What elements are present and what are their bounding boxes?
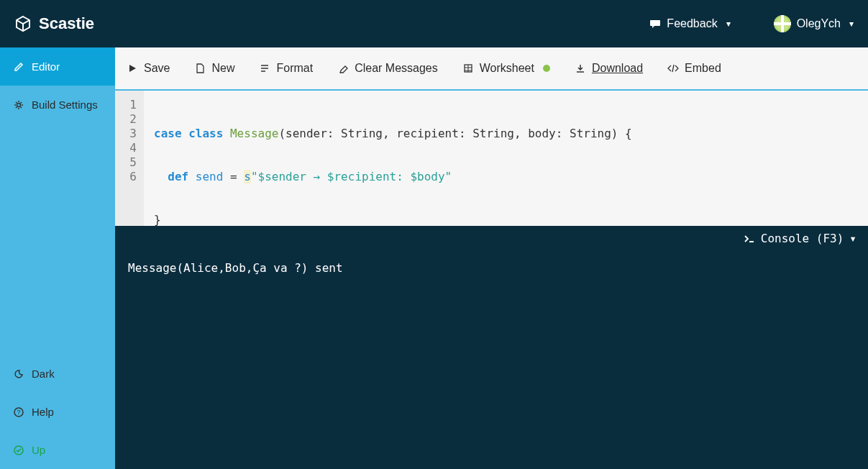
sidebar-item-help[interactable]: ? Help <box>0 393 115 431</box>
feedback-label: Feedback <box>667 17 717 30</box>
toolbar-label: Clear Messages <box>355 62 438 75</box>
brand-text: Scastie <box>39 14 94 33</box>
sidebar-item-label: Build Settings <box>32 99 98 111</box>
line-number: 4 <box>122 141 137 155</box>
code-icon <box>667 63 679 74</box>
toolbar-label: Download <box>592 62 643 75</box>
logo-icon <box>14 15 32 32</box>
terminal-icon <box>744 233 755 245</box>
brand[interactable]: Scastie <box>14 14 94 33</box>
help-icon: ? <box>13 406 24 418</box>
code-area[interactable]: case class Message(sender: String, recip… <box>144 91 642 226</box>
chevron-down-icon: ▾ <box>726 19 731 29</box>
download-button[interactable]: Download <box>575 62 643 75</box>
pencil-icon <box>13 61 24 73</box>
line-number: 2 <box>122 112 137 127</box>
toolbar-label: Embed <box>685 62 721 75</box>
line-gutter: 1 2 3 4 5 6 <box>115 91 144 226</box>
embed-button[interactable]: Embed <box>667 62 721 75</box>
toolbar-label: Worksheet <box>480 62 534 75</box>
file-icon <box>194 63 206 74</box>
sidebar: Editor Build Settings Dark ? Help Up <box>0 47 115 469</box>
username-label: OlegYch <box>797 17 841 30</box>
moon-icon <box>13 368 24 380</box>
sidebar-item-up[interactable]: Up <box>0 431 115 469</box>
gear-icon <box>13 99 24 111</box>
user-menu[interactable]: OlegYch ▾ <box>774 15 854 32</box>
sidebar-item-editor[interactable]: Editor <box>0 47 115 86</box>
feedback-link[interactable]: Feedback ▾ <box>649 17 730 30</box>
top-header: Scastie Feedback ▾ OlegYch ▾ <box>0 0 868 47</box>
console-header[interactable]: Console (F3) ▾ <box>115 226 868 251</box>
sidebar-item-label: Editor <box>32 60 60 73</box>
console-title: Console (F3) <box>761 232 844 245</box>
code-editor[interactable]: 1 2 3 4 5 6 case class Message(sender: S… <box>115 91 868 226</box>
status-dot-icon <box>543 65 550 72</box>
line-number: 6 <box>122 170 137 184</box>
toolbar-label: New <box>211 62 234 75</box>
sidebar-item-label: Dark <box>32 368 55 380</box>
clear-messages-button[interactable]: Clear Messages <box>337 62 438 75</box>
avatar <box>774 15 791 32</box>
line-number: 5 <box>122 155 137 170</box>
toolbar: Save New Format Clear Messages Worksheet <box>115 47 868 91</box>
chevron-down-icon: ▾ <box>849 232 856 245</box>
check-circle-icon <box>13 445 24 456</box>
console-panel: Console (F3) ▾ Message(Alice,Bob,Ça va ?… <box>115 226 868 469</box>
svg-point-0 <box>17 103 21 106</box>
eraser-icon <box>337 63 349 74</box>
sidebar-item-label: Help <box>32 406 54 418</box>
svg-text:?: ? <box>17 409 20 416</box>
save-button[interactable]: Save <box>127 62 170 75</box>
play-icon <box>127 63 138 74</box>
console-output: Message(Alice,Bob,Ça va ?) sent <box>115 251 868 285</box>
download-icon <box>575 63 586 74</box>
sidebar-item-build[interactable]: Build Settings <box>0 86 115 124</box>
sidebar-item-dark[interactable]: Dark <box>0 355 115 393</box>
format-button[interactable]: Format <box>259 62 313 75</box>
toolbar-label: Save <box>144 62 170 75</box>
grid-icon <box>462 63 474 74</box>
content: Save New Format Clear Messages Worksheet <box>115 47 868 469</box>
worksheet-button[interactable]: Worksheet <box>462 62 550 75</box>
line-number: 3 <box>122 127 137 141</box>
sidebar-item-label: Up <box>32 444 45 456</box>
list-icon <box>259 63 270 74</box>
toolbar-label: Format <box>276 62 313 75</box>
line-number: 1 <box>122 98 137 112</box>
new-button[interactable]: New <box>194 62 234 75</box>
chevron-down-icon: ▾ <box>849 19 854 29</box>
chat-icon <box>649 18 661 29</box>
